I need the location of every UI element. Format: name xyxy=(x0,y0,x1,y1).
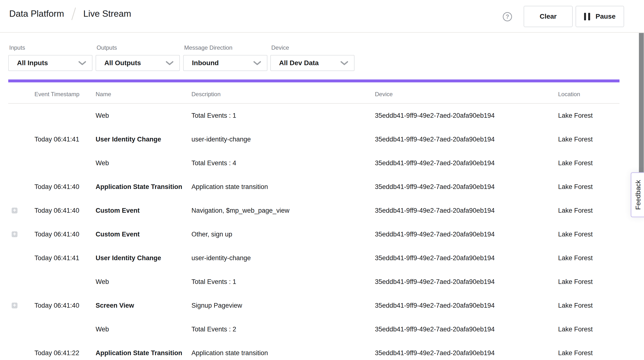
filter-inputs-label: Inputs xyxy=(9,44,92,51)
device-dropdown[interactable]: All Dev Data xyxy=(270,55,354,71)
column-description: Description xyxy=(192,91,375,98)
cell-device: 35eddb41-9ff9-49e2-7aed-20afa90eb194 xyxy=(375,183,558,191)
outputs-dropdown[interactable]: All Outputs xyxy=(96,55,180,71)
cell-name: Application State Transition xyxy=(96,349,192,357)
table-row[interactable]: + Web Total Events : 1 35eddb41-9ff9-49e… xyxy=(0,270,644,294)
cell-description: user-identity-change xyxy=(192,136,375,143)
cell-device: 35eddb41-9ff9-49e2-7aed-20afa90eb194 xyxy=(375,278,558,286)
cell-name: Custom Event xyxy=(96,231,192,238)
pause-icon xyxy=(584,13,590,20)
table-row[interactable]: + Web Total Events : 1 35eddb41-9ff9-49e… xyxy=(0,104,644,127)
pause-button[interactable]: Pause xyxy=(576,6,624,27)
filter-outputs-label: Outputs xyxy=(96,44,180,51)
column-location: Location xyxy=(558,91,644,98)
help-icon[interactable]: ? xyxy=(503,12,512,21)
cell-name: Application State Transition xyxy=(96,183,192,191)
plus-icon: + xyxy=(13,303,16,308)
cell-location: Lake Forest xyxy=(558,278,644,286)
cell-name: Web xyxy=(96,160,192,167)
chevron-down-icon xyxy=(166,61,174,65)
breadcrumb: Data Platform Live Stream xyxy=(9,7,131,20)
inputs-dropdown[interactable]: All Inputs xyxy=(8,55,92,71)
cell-device: 35eddb41-9ff9-49e2-7aed-20afa90eb194 xyxy=(375,254,558,262)
cell-description: Total Events : 2 xyxy=(192,326,375,333)
cell-name: User Identity Change xyxy=(96,254,192,262)
plus-icon: + xyxy=(13,231,16,237)
message-direction-dropdown-value: Inbound xyxy=(192,59,219,67)
table-row[interactable]: + Web Total Events : 4 35eddb41-9ff9-49e… xyxy=(0,151,644,175)
cell-description: user-identity-change xyxy=(192,254,375,262)
filter-inputs: Inputs All Inputs xyxy=(8,44,92,71)
table-row[interactable]: + Today 06:41:40 Application State Trans… xyxy=(0,175,644,199)
cell-description: Signup Pageview xyxy=(192,302,375,309)
cell-name: Screen View xyxy=(96,302,192,309)
chevron-down-icon xyxy=(340,61,348,65)
cell-event-timestamp: Today 06:41:22 xyxy=(34,349,96,357)
table-row[interactable]: + Today 06:41:22 Application State Trans… xyxy=(0,341,644,360)
outputs-dropdown-value: All Outputs xyxy=(104,59,141,67)
cell-device: 35eddb41-9ff9-49e2-7aed-20afa90eb194 xyxy=(375,136,558,143)
cell-event-timestamp: Today 06:41:41 xyxy=(34,136,96,143)
cell-name: User Identity Change xyxy=(96,136,192,143)
message-direction-dropdown[interactable]: Inbound xyxy=(183,55,268,71)
table-row[interactable]: + Web Total Events : 2 35eddb41-9ff9-49e… xyxy=(0,317,644,341)
cell-location: Lake Forest xyxy=(558,254,644,262)
table-row[interactable]: + Today 06:41:41 User Identity Change us… xyxy=(0,127,644,151)
chevron-down-icon xyxy=(78,61,86,65)
cell-location: Lake Forest xyxy=(558,160,644,167)
cell-location: Lake Forest xyxy=(558,349,644,357)
table-row[interactable]: + Today 06:41:40 Screen View Signup Page… xyxy=(0,294,644,317)
column-event-timestamp: Event Timestamp xyxy=(34,91,96,98)
cell-event-timestamp: Today 06:41:40 xyxy=(34,231,96,238)
cell-device: 35eddb41-9ff9-49e2-7aed-20afa90eb194 xyxy=(375,231,558,238)
device-dropdown-value: All Dev Data xyxy=(279,59,318,67)
column-name: Name xyxy=(96,91,192,98)
clear-button-label: Clear xyxy=(540,12,557,20)
event-table-body: + Web Total Events : 1 35eddb41-9ff9-49e… xyxy=(0,104,644,360)
cell-device: 35eddb41-9ff9-49e2-7aed-20afa90eb194 xyxy=(375,302,558,309)
breadcrumb-data-platform[interactable]: Data Platform xyxy=(9,9,64,19)
filter-device: Device All Dev Data xyxy=(270,44,354,71)
cell-event-timestamp: Today 06:41:40 xyxy=(34,207,96,214)
clear-button[interactable]: Clear xyxy=(524,6,573,27)
filter-message-direction: Message Direction Inbound xyxy=(183,44,268,71)
live-stream-progress-bar xyxy=(8,79,620,82)
cell-event-timestamp: Today 06:41:40 xyxy=(34,183,96,191)
cell-event-timestamp: Today 06:41:41 xyxy=(34,254,96,262)
column-device: Device xyxy=(375,91,558,98)
plus-icon: + xyxy=(13,208,16,213)
table-row[interactable]: + Today 06:41:41 User Identity Change us… xyxy=(0,246,644,270)
table-row[interactable]: + Today 06:41:40 Custom Event Navigation… xyxy=(0,199,644,222)
inputs-dropdown-value: All Inputs xyxy=(17,59,48,67)
cell-location: Lake Forest xyxy=(558,136,644,143)
breadcrumb-live-stream: Live Stream xyxy=(83,9,131,19)
cell-location: Lake Forest xyxy=(558,302,644,309)
cell-name: Web xyxy=(96,112,192,119)
table-header: Event Timestamp Name Description Device … xyxy=(0,85,644,103)
expand-row-button[interactable]: + xyxy=(12,303,18,308)
vertical-scrollbar-thumb[interactable] xyxy=(639,33,644,173)
cell-description: Application state transition xyxy=(192,183,375,191)
cell-description: Total Events : 1 xyxy=(192,278,375,286)
cell-description: Total Events : 4 xyxy=(192,160,375,167)
cell-device: 35eddb41-9ff9-49e2-7aed-20afa90eb194 xyxy=(375,349,558,357)
cell-event-timestamp: Today 06:41:40 xyxy=(34,302,96,309)
expand-row-button[interactable]: + xyxy=(12,208,18,213)
cell-name: Web xyxy=(96,278,192,286)
cell-device: 35eddb41-9ff9-49e2-7aed-20afa90eb194 xyxy=(375,326,558,333)
cell-name: Web xyxy=(96,326,192,333)
cell-description: Application state transition xyxy=(192,349,375,357)
expand-row-button[interactable]: + xyxy=(12,231,18,237)
cell-description: Total Events : 1 xyxy=(192,112,375,119)
feedback-tab[interactable]: Feedback xyxy=(631,172,644,217)
feedback-tab-label: Feedback xyxy=(634,180,642,210)
cell-device: 35eddb41-9ff9-49e2-7aed-20afa90eb194 xyxy=(375,207,558,214)
cell-location: Lake Forest xyxy=(558,231,644,238)
table-row[interactable]: + Today 06:41:40 Custom Event Other, sig… xyxy=(0,222,644,246)
cell-description: Other, sign up xyxy=(192,231,375,238)
breadcrumb-separator-icon xyxy=(71,7,76,20)
cell-device: 35eddb41-9ff9-49e2-7aed-20afa90eb194 xyxy=(375,160,558,167)
live-stream-page: Data Platform Live Stream ? Clear Pause … xyxy=(0,0,644,360)
cell-description: Navigation, $mp_web_page_view xyxy=(192,207,375,214)
filter-device-label: Device xyxy=(271,44,354,51)
